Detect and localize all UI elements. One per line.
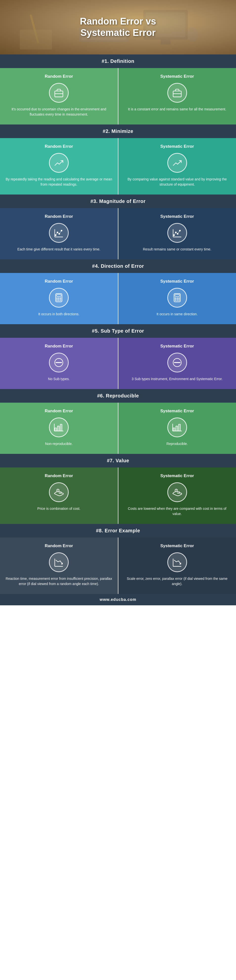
col-text-right-example: Scale error, zero error, parallax error … xyxy=(123,576,231,587)
col-text-right-magnitude: Result remains same or constant every ti… xyxy=(143,247,211,252)
col-text-right-definition: It is a constant error and remains same … xyxy=(128,107,226,112)
section-header-subtype: #5. Sub Type of Error xyxy=(0,324,236,338)
section-header-example: #8. Error Example xyxy=(0,524,236,538)
icon-left-definition xyxy=(49,83,69,103)
svg-rect-7 xyxy=(20,30,52,49)
icon-left-subtype xyxy=(49,353,69,372)
section-header-value: #7. Value xyxy=(0,454,236,468)
col-label-right-minimize: Systematic Error xyxy=(160,144,194,149)
col-right-magnitude: Systematic Error Result remains same or … xyxy=(118,208,236,259)
svg-point-16 xyxy=(59,233,60,234)
col-right-value: Systematic Error Costs are lowered when … xyxy=(118,468,236,524)
svg-point-38 xyxy=(177,299,178,301)
col-label-right-subtype: Systematic Error xyxy=(160,344,194,349)
col-label-left-value: Random Error xyxy=(45,473,73,478)
section-example: #8. Error ExampleRandom Error Reaction t… xyxy=(0,524,236,594)
footer: www.educba.com xyxy=(0,594,236,605)
icon-left-example xyxy=(49,552,69,572)
svg-point-23 xyxy=(179,230,181,231)
icon-left-direction xyxy=(49,288,69,308)
section-definition: #1. DefinitionRandom Error It's occurred… xyxy=(0,54,236,124)
icon-left-reproducible xyxy=(49,417,69,437)
svg-point-17 xyxy=(61,230,62,231)
svg-rect-45 xyxy=(58,426,59,431)
col-left-value: Random Error Price is combination of cos… xyxy=(0,468,118,524)
col-label-left-direction: Random Error xyxy=(45,279,73,284)
footer-url: www.educba.com xyxy=(100,597,136,601)
col-text-left-reproducible: Non-reproducible. xyxy=(45,441,73,447)
section-magnitude: #3. Magnitude of ErrorRandom Error Each … xyxy=(0,194,236,259)
icon-right-minimize xyxy=(167,153,187,173)
icon-right-value xyxy=(167,482,187,502)
icon-right-subtype xyxy=(167,353,187,372)
svg-point-29 xyxy=(57,299,58,301)
col-label-right-value: Systematic Error xyxy=(160,473,194,478)
col-text-left-subtype: No Sub types. xyxy=(48,376,70,382)
col-label-left-reproducible: Random Error xyxy=(45,409,73,414)
svg-point-22 xyxy=(177,233,178,234)
svg-point-15 xyxy=(57,232,58,233)
section-direction: #4. Direction of ErrorRandom Error It oc… xyxy=(0,259,236,324)
col-right-subtype: Systematic Error 3 Sub types Instrument,… xyxy=(118,338,236,389)
col-right-definition: Systematic Error It is a constant error … xyxy=(118,68,236,124)
section-header-definition: #1. Definition xyxy=(0,54,236,68)
svg-point-36 xyxy=(178,298,179,299)
col-text-left-direction: It occurs in both directions. xyxy=(38,312,79,317)
col-text-right-reproducible: Reproducible. xyxy=(166,441,188,447)
icon-right-direction xyxy=(167,288,187,308)
col-label-left-subtype: Random Error xyxy=(45,344,73,349)
col-text-left-magnitude: Each time give different result that it … xyxy=(17,247,100,252)
svg-point-21 xyxy=(175,232,176,233)
col-left-subtype: Random Error No Sub types. xyxy=(0,338,118,389)
col-right-example: Systematic Error Scale error, zero error… xyxy=(118,538,236,594)
svg-rect-33 xyxy=(175,294,179,296)
col-right-direction: Systematic Error It occurs in same direc… xyxy=(118,273,236,324)
svg-rect-49 xyxy=(173,428,175,431)
col-label-left-minimize: Random Error xyxy=(45,144,73,149)
col-label-left-example: Random Error xyxy=(45,544,73,549)
section-header-direction: #4. Direction of Error xyxy=(0,259,236,273)
svg-rect-51 xyxy=(178,424,180,431)
col-right-reproducible: Systematic Error Reproducible. xyxy=(118,402,236,454)
col-text-right-direction: It occurs in same direction. xyxy=(157,312,198,317)
icon-left-value xyxy=(49,482,69,502)
section-header-magnitude: #3. Magnitude of Error xyxy=(0,194,236,208)
svg-point-39 xyxy=(178,299,179,301)
svg-point-20 xyxy=(173,235,175,236)
col-text-left-value: Price is combination of cost. xyxy=(37,506,80,511)
section-minimize: #2. MinimizeRandom Error By repeatedly t… xyxy=(0,124,236,194)
svg-point-5 xyxy=(187,27,198,42)
two-col-subtype: Random Error No Sub types.Systematic Err… xyxy=(0,338,236,389)
col-label-right-example: Systematic Error xyxy=(160,544,194,549)
col-left-example: Random Error Reaction time, measurement … xyxy=(0,538,118,594)
icon-right-example xyxy=(167,552,187,572)
col-text-right-subtype: 3 Sub types Instrument, Environment and … xyxy=(132,376,223,382)
svg-rect-25 xyxy=(57,294,61,296)
svg-point-37 xyxy=(175,299,176,301)
svg-point-14 xyxy=(55,235,56,236)
icon-right-reproducible xyxy=(167,417,187,437)
col-label-left-definition: Random Error xyxy=(45,74,73,79)
col-text-right-value: Costs are lowered when they are compared… xyxy=(123,506,231,517)
section-subtype: #5. Sub Type of ErrorRandom Error No Sub… xyxy=(0,324,236,389)
page-title: Random Error vs Systematic Error xyxy=(80,16,156,38)
two-col-reproducible: Random Error Non-reproducible.Systematic… xyxy=(0,402,236,454)
svg-point-28 xyxy=(60,298,61,299)
svg-point-26 xyxy=(57,298,58,299)
icon-left-magnitude xyxy=(49,223,69,243)
col-left-direction: Random Error It occurs in both direction… xyxy=(0,273,118,324)
svg-rect-44 xyxy=(55,428,57,431)
col-left-reproducible: Random Error Non-reproducible. xyxy=(0,402,118,454)
col-label-right-direction: Systematic Error xyxy=(160,279,194,284)
col-label-right-magnitude: Systematic Error xyxy=(160,214,194,219)
col-left-minimize: Random Error By repeatedly taking the re… xyxy=(0,138,118,194)
icon-left-minimize xyxy=(49,153,69,173)
two-col-value: Random Error Price is combination of cos… xyxy=(0,468,236,524)
col-label-right-definition: Systematic Error xyxy=(160,74,194,79)
icon-right-magnitude xyxy=(167,223,187,243)
col-right-minimize: Systematic Error By comparing value agai… xyxy=(118,138,236,194)
section-reproducible: #6. ReproducibleRandom Error Non-reprodu… xyxy=(0,389,236,454)
col-label-left-magnitude: Random Error xyxy=(45,214,73,219)
col-text-right-minimize: By comparing value against standard valu… xyxy=(123,177,231,187)
two-col-minimize: Random Error By repeatedly taking the re… xyxy=(0,138,236,194)
